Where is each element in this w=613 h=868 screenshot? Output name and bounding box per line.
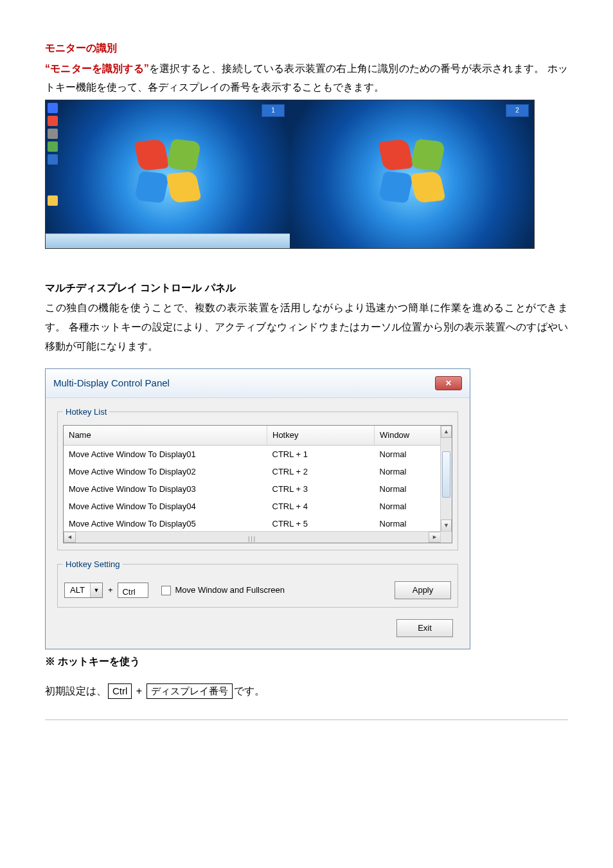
dock-icon (48, 103, 58, 113)
modifier-select-value: ALT (65, 583, 90, 598)
modifier-select[interactable]: ALT ▼ (64, 583, 103, 598)
scroll-thumb[interactable] (442, 451, 450, 498)
scroll-up-icon[interactable]: ▲ (441, 426, 452, 438)
table-cell: CTRL + 4 (267, 498, 375, 515)
scroll-left-icon[interactable]: ◄ (64, 532, 76, 543)
key-input[interactable]: Ctrl (118, 583, 148, 598)
section2-body: この独自の機能を使うことで、複数の表示装置を活用しながらより迅速かつ簡単に作業を… (45, 298, 568, 356)
kbd-display-number: ディスプレイ番号 (147, 683, 233, 699)
windows-logo-icon (381, 140, 443, 202)
table-cell: Move Active Window To Display04 (64, 498, 267, 515)
footer-pre: 初期設定は、 (45, 685, 107, 696)
dock-icon (48, 141, 58, 152)
monitor-id-badge-1: 1 (262, 104, 285, 117)
windows-logo-icon (137, 140, 199, 202)
dock-icon (48, 129, 58, 139)
table-cell: CTRL + 1 (267, 446, 375, 464)
dual-desktop-preview: 1 2 (45, 100, 535, 249)
footer-line: 初期設定は、Ctrl + ディスプレイ番号です。 (45, 682, 568, 701)
hotkey-table-wrap: Name Hotkey Window Move Active Window To… (63, 425, 452, 543)
section1-body: “モニターを識別する”を選択すると、接続している表示装置の右上角に識別のための番… (45, 59, 568, 97)
hotkey-list-legend: Hotkey List (63, 404, 109, 420)
horizontal-scrollbar[interactable]: ◄ ||| ► (64, 531, 441, 543)
col-name[interactable]: Name (64, 426, 267, 446)
dialog-title: Multi-Display Control Panel (53, 374, 170, 392)
scroll-down-icon[interactable]: ▼ (441, 520, 452, 532)
section1-heading: モニターの識別 (45, 42, 117, 53)
fullscreen-checkbox[interactable] (161, 586, 171, 595)
monitor-id-badge-2: 2 (506, 104, 529, 117)
table-cell: Move Active Window To Display05 (64, 515, 267, 532)
footer-post: です。 (234, 685, 265, 696)
desktop-1-dock (46, 100, 60, 234)
chevron-down-icon[interactable]: ▼ (90, 583, 102, 597)
desktop-2: 2 (290, 100, 534, 248)
scroll-corner (440, 531, 452, 543)
kbd-ctrl: Ctrl (108, 683, 132, 699)
desktop-1: 1 (46, 100, 290, 248)
table-cell: Move Active Window To Display03 (64, 480, 267, 498)
table-cell: CTRL + 3 (267, 480, 375, 498)
plus-label: + (107, 583, 114, 598)
scroll-right-icon[interactable]: ► (429, 532, 441, 543)
close-icon: ✕ (445, 376, 452, 390)
table-cell: CTRL + 5 (267, 515, 375, 532)
table-cell: CTRL + 2 (267, 463, 375, 480)
footer-note-title: ※ ホットキーを使う (45, 652, 568, 671)
vertical-scrollbar[interactable]: ▲ ▼ (440, 426, 452, 532)
taskbar (46, 233, 290, 248)
table-row[interactable]: Move Active Window To Display02CTRL + 2N… (64, 463, 452, 480)
section1-strong-lead: “モニターを識別する” (45, 63, 149, 74)
fullscreen-checkbox-label: Move Window and Fullscreen (175, 583, 285, 598)
section2-heading: マルチディスプレイ コントロール パネル (45, 282, 236, 293)
dock-icon (48, 195, 58, 206)
close-button[interactable]: ✕ (435, 376, 462, 390)
hotkey-setting-group: Hotkey Setting ALT ▼ + Ctrl Move Window … (57, 557, 458, 608)
page-divider (45, 719, 568, 720)
apply-button[interactable]: Apply (395, 581, 451, 599)
dock-icon (48, 116, 58, 126)
table-row[interactable]: Move Active Window To Display04CTRL + 4N… (64, 498, 452, 515)
table-row[interactable]: Move Active Window To Display03CTRL + 3N… (64, 480, 452, 498)
hotkey-list-group: Hotkey List Name Hotkey Window Move Acti… (57, 404, 458, 550)
hotkey-setting-legend: Hotkey Setting (63, 557, 123, 572)
multi-display-control-panel-dialog: Multi-Display Control Panel ✕ Hotkey Lis… (45, 368, 470, 649)
footer-mid: + (133, 685, 145, 696)
table-row[interactable]: Move Active Window To Display05CTRL + 5N… (64, 515, 452, 532)
table-cell: Move Active Window To Display02 (64, 463, 267, 480)
col-hotkey[interactable]: Hotkey (267, 426, 375, 446)
exit-button[interactable]: Exit (396, 619, 453, 637)
table-cell: Move Active Window To Display01 (64, 446, 267, 464)
table-row[interactable]: Move Active Window To Display01CTRL + 1N… (64, 446, 452, 464)
hotkey-table: Name Hotkey Window Move Active Window To… (64, 426, 452, 543)
dock-icon (48, 154, 58, 165)
